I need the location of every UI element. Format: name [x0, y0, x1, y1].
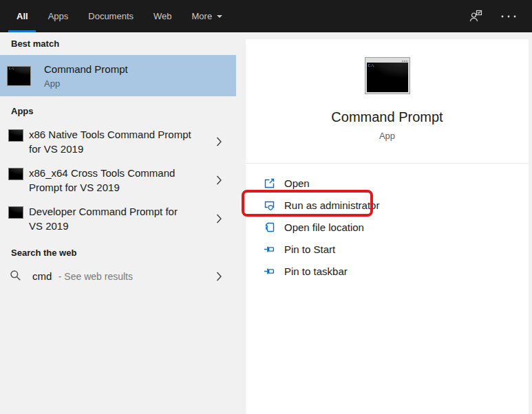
- best-match-header: Best match: [0, 39, 236, 49]
- command-prompt-icon-large: C:\: [365, 57, 410, 94]
- open-file-location-button[interactable]: Open file location: [246, 216, 529, 238]
- best-match-title: Command Prompt: [44, 63, 128, 75]
- pin-to-taskbar-button[interactable]: Pin to taskbar: [246, 260, 529, 282]
- chevron-down-icon: [217, 15, 222, 21]
- action-label: Pin to Start: [284, 243, 335, 255]
- web-search-item[interactable]: cmd - See web results: [0, 265, 236, 288]
- web-results-hint: - See web results: [58, 271, 133, 282]
- tab-all[interactable]: All: [17, 0, 28, 32]
- chevron-right-icon: [216, 175, 222, 186]
- action-label: Open: [284, 177, 310, 189]
- chevron-right-icon: [216, 214, 222, 224]
- web-query-text: cmd: [32, 270, 52, 282]
- preview-panel: C:\ Command Prompt App Open: [246, 39, 529, 414]
- tab-documents-label: Documents: [88, 11, 134, 21]
- cmd-prompt-glyph: C:\: [368, 64, 374, 67]
- best-match-item[interactable]: Command Prompt App: [0, 55, 236, 96]
- app-type-label: App: [246, 131, 529, 142]
- chevron-right-icon: [216, 272, 222, 282]
- search-web-header: Search the web: [0, 248, 236, 258]
- windows-search-flyout: All Apps Documents Web More: [0, 0, 532, 414]
- list-item-app-2[interactable]: x86_x64 Cross Tools Command Prompt for V…: [0, 161, 236, 199]
- results-panel: Best match Command Prompt App Apps x86 N…: [0, 32, 236, 288]
- more-options-icon[interactable]: [500, 14, 517, 19]
- context-actions: Open Run as administrator: [246, 164, 529, 282]
- open-button[interactable]: Open: [246, 172, 529, 194]
- search-filter-bar: All Apps Documents Web More: [0, 0, 532, 32]
- action-label: Run as administrator: [284, 199, 379, 211]
- tab-more[interactable]: More: [192, 0, 223, 32]
- tab-all-label: All: [17, 11, 28, 21]
- search-icon: [10, 270, 21, 284]
- action-label: Pin to taskbar: [284, 265, 348, 277]
- pin-to-start-button[interactable]: Pin to Start: [246, 238, 529, 260]
- search-results-area: Best match Command Prompt App Apps x86 N…: [0, 32, 532, 414]
- list-item-app-3[interactable]: Developer Command Prompt for VS 2019: [0, 199, 236, 238]
- admin-shield-icon: [264, 199, 275, 211]
- command-prompt-icon: [8, 206, 23, 219]
- tab-documents[interactable]: Documents: [88, 0, 134, 32]
- action-label: Open file location: [284, 221, 364, 233]
- command-prompt-icon: [7, 66, 31, 86]
- command-prompt-icon: [8, 129, 23, 142]
- app-item-title: x86_x64 Cross Tools Command Prompt for V…: [29, 166, 194, 195]
- folder-location-icon: [264, 221, 275, 233]
- chevron-right-icon: [216, 137, 222, 147]
- pin-icon: [264, 265, 275, 277]
- apps-header: Apps: [0, 107, 236, 116]
- open-in-new-icon: [264, 177, 275, 189]
- pin-icon: [264, 243, 275, 255]
- app-item-title: x86 Native Tools Command Prompt for VS 2…: [29, 127, 194, 156]
- command-prompt-icon: [8, 168, 23, 180]
- best-match-subtitle: App: [44, 78, 128, 89]
- run-as-administrator-button[interactable]: Run as administrator: [246, 194, 529, 216]
- tab-more-label: More: [192, 11, 213, 21]
- tab-apps-label: Apps: [48, 11, 69, 21]
- app-item-title: Developer Command Prompt for VS 2019: [29, 204, 194, 233]
- page-title: Command Prompt: [246, 108, 529, 126]
- tab-apps[interactable]: Apps: [48, 0, 69, 32]
- list-item-app-1[interactable]: x86 Native Tools Command Prompt for VS 2…: [0, 122, 236, 161]
- tab-web[interactable]: Web: [153, 0, 172, 32]
- tab-web-label: Web: [153, 11, 172, 21]
- feedback-account-icon[interactable]: [469, 9, 484, 23]
- search-tabs: All Apps Documents Web More: [17, 0, 222, 32]
